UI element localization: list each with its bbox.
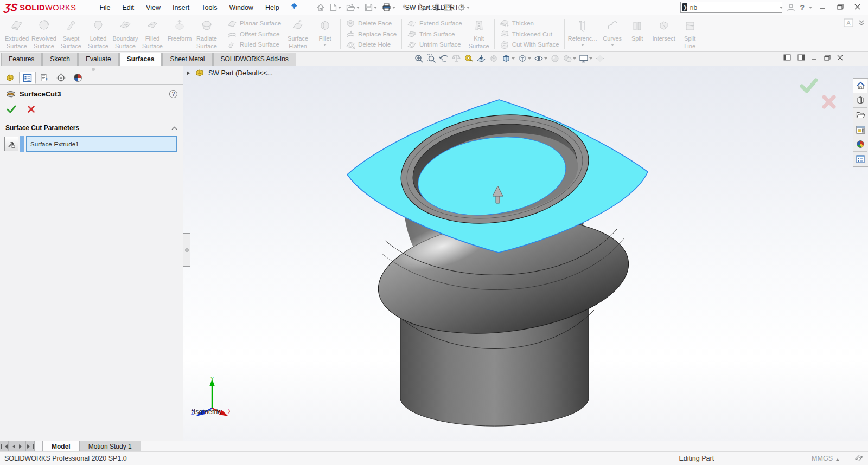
knit-surface-button[interactable]: KnitSurface	[465, 16, 493, 51]
tab-evaluate[interactable]: Evaluate	[78, 53, 119, 66]
graphics-viewport[interactable]: SW Part (Default<<... Y X Z *Isometric	[183, 66, 868, 441]
cancel-button[interactable]	[27, 105, 35, 113]
menu-help[interactable]: Help	[260, 2, 285, 14]
thicken-button[interactable]: Thicken	[497, 18, 561, 28]
sketch-text-icon[interactable]: A	[843, 17, 854, 28]
fillet-caret[interactable]	[323, 44, 327, 48]
intersect-button[interactable]: Intersect	[649, 16, 679, 43]
toggle-button[interactable]	[433, 2, 441, 12]
delete-face-button[interactable]: Delete Face	[343, 18, 399, 28]
menu-window[interactable]: Window	[224, 2, 258, 14]
apply-scene-icon[interactable]	[563, 54, 576, 63]
select-button[interactable]	[417, 2, 431, 12]
restore-button[interactable]	[834, 3, 847, 12]
freeform-button[interactable]: Freeform	[166, 16, 193, 43]
feature-manager-tab[interactable]	[2, 72, 19, 84]
pane-left-icon[interactable]	[783, 54, 791, 61]
save-button[interactable]	[363, 2, 379, 12]
part-model[interactable]	[183, 66, 868, 441]
normal-to-icon[interactable]	[476, 54, 486, 63]
motion-study-tab[interactable]: Motion Study 1	[80, 441, 141, 451]
measure-icon[interactable]	[464, 54, 474, 63]
radiate-surface-button[interactable]: RadiateSurface	[193, 16, 220, 50]
menu-tools[interactable]: Tools	[196, 2, 222, 14]
menu-file[interactable]: File	[94, 2, 116, 14]
filled-surface-button[interactable]: FilledSurface	[139, 16, 166, 50]
planar-surface-button[interactable]: Planar Surface	[225, 18, 283, 28]
delete-hole-button[interactable]: Delete Hole	[343, 40, 399, 49]
cut-with-surface-button[interactable]: Cut With Surface	[497, 40, 561, 49]
last-study-button[interactable]	[26, 441, 35, 451]
pane-right-icon[interactable]	[797, 54, 805, 61]
help-button[interactable]: ?	[169, 90, 177, 98]
menu-insert[interactable]: Insert	[167, 2, 195, 14]
options-gear-button[interactable]	[456, 2, 471, 12]
part-tree-label[interactable]: SW Part (Default<<...	[208, 69, 273, 77]
next-study-button[interactable]	[17, 441, 26, 451]
search-input[interactable]	[690, 4, 774, 11]
fillet-button[interactable]: Fillet	[311, 16, 339, 51]
model-tab[interactable]: Model	[42, 441, 80, 451]
doc-restore-icon[interactable]	[824, 55, 831, 61]
collapse-ribbon-icon[interactable]	[858, 20, 865, 26]
configuration-manager-tab[interactable]	[36, 72, 53, 84]
trim-surface-button[interactable]: Trim Surface	[405, 29, 464, 39]
display-manager-tab[interactable]	[69, 72, 86, 84]
boundary-surface-button[interactable]: BoundarySurface	[112, 16, 139, 50]
3d-drawing-view-icon[interactable]	[489, 54, 499, 63]
display-pane-button[interactable]	[443, 3, 454, 12]
taskpane-custom-properties-tab[interactable]	[853, 152, 867, 166]
close-button[interactable]	[851, 3, 864, 12]
view-settings-icon[interactable]	[579, 54, 592, 63]
untrim-surface-button[interactable]: Untrim Surface	[405, 40, 464, 49]
menu-view[interactable]: View	[141, 2, 166, 14]
print-button[interactable]	[380, 2, 397, 12]
zoom-to-area-icon[interactable]	[426, 54, 436, 63]
open-button[interactable]	[344, 3, 361, 12]
view-orientation-caret[interactable]	[512, 57, 515, 61]
help-caret[interactable]	[809, 7, 812, 10]
replace-face-button[interactable]: Replace Face	[343, 29, 399, 39]
tab-features[interactable]: Features	[1, 53, 42, 66]
tree-expand-arrow[interactable]	[187, 71, 192, 75]
revolved-surface-button[interactable]: RevolvedSurface	[30, 16, 58, 50]
tag-icon[interactable]	[854, 455, 864, 462]
view-orientation-icon[interactable]	[501, 54, 515, 63]
confirmation-cancel-icon[interactable]	[821, 94, 837, 109]
ruled-surface-button[interactable]: Ruled Surface	[225, 40, 283, 49]
collapse-section-chevron[interactable]	[171, 126, 177, 130]
minimize-button[interactable]	[816, 3, 829, 12]
undo-button[interactable]	[399, 3, 415, 12]
feature-tree-flyout[interactable]: SW Part (Default<<...	[187, 69, 273, 77]
tab-sketch[interactable]: Sketch	[42, 53, 78, 66]
extruded-surface-button[interactable]: ExtrudedSurface	[3, 16, 30, 50]
taskpane-design-library-tab[interactable]	[853, 108, 867, 122]
thickened-cut-button[interactable]: Thickened Cut	[497, 29, 561, 39]
taskpane-appearances-tab[interactable]	[853, 137, 867, 152]
flip-cut-direction-button[interactable]	[4, 137, 18, 151]
help-icon[interactable]: ?	[800, 3, 805, 12]
hide-show-items-icon[interactable]	[534, 54, 547, 63]
tab-sheet-metal[interactable]: Sheet Metal	[162, 53, 212, 66]
previous-study-button[interactable]	[9, 441, 17, 451]
reference-geometry-caret[interactable]	[581, 44, 584, 48]
lofted-surface-button[interactable]: LoftedSurface	[85, 16, 112, 50]
curves-button[interactable]: Curves	[599, 16, 626, 48]
reference-geometry-button[interactable]: Referenc...	[566, 16, 599, 48]
taskpane-file-explorer-tab[interactable]	[853, 122, 867, 137]
split-button[interactable]: Split	[626, 16, 649, 43]
selected-surface-field[interactable]: Surface-Extrude1	[26, 136, 177, 152]
units-caret[interactable]	[836, 457, 839, 461]
confirmation-ok-icon[interactable]	[800, 78, 818, 93]
edit-appearance-icon[interactable]	[550, 54, 560, 63]
pin-menu-icon[interactable]	[290, 3, 298, 12]
rotate-view-icon[interactable]	[595, 54, 605, 63]
dimxpert-manager-tab[interactable]	[53, 72, 69, 84]
home-button[interactable]	[315, 2, 327, 12]
units-selector[interactable]: MMGS	[812, 455, 839, 462]
offset-surface-button[interactable]: Offset Surface	[225, 29, 283, 39]
search-options-caret[interactable]	[780, 7, 783, 10]
taskpane-resources-tab[interactable]	[853, 93, 867, 108]
hide-show-caret[interactable]	[544, 57, 547, 61]
split-line-button[interactable]: SplitLine	[679, 16, 701, 50]
